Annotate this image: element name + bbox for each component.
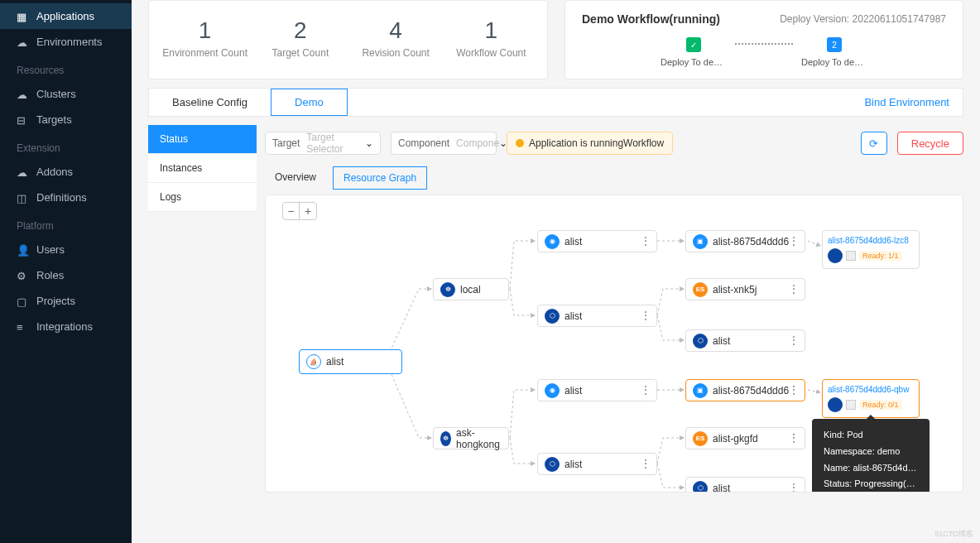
sidebar-item-integrations[interactable]: ≡ Integrations xyxy=(0,314,132,339)
select-label: Target xyxy=(272,137,300,149)
pod-tooltip: Kind: Pod Namespace: demo Name: alist-86… xyxy=(812,419,930,493)
stat-label: Target Count xyxy=(252,47,348,59)
more-icon[interactable]: ⋮ xyxy=(640,309,651,322)
folder-icon: ▢ xyxy=(17,296,28,307)
sidebar-item-clusters[interactable]: ☁ Clusters xyxy=(0,81,132,107)
workload-icon: ⬡ xyxy=(545,457,560,472)
more-icon[interactable]: ⋮ xyxy=(788,334,800,347)
graph-node-cluster-local[interactable]: ☸ local xyxy=(433,278,509,300)
graph-node[interactable]: ES alist-gkgfd ⋮ xyxy=(685,427,805,449)
graph-node[interactable]: ⬡ alist ⋮ xyxy=(685,329,805,352)
graph-node[interactable]: ⬡ alist ⋮ xyxy=(537,305,657,327)
view-tab-overview[interactable]: Overview xyxy=(265,166,326,190)
tooltip-namespace: Namespace: demo xyxy=(824,444,918,460)
graph-pod-node[interactable]: alist-8675d4ddd6-lzc8 Ready: 1/1 xyxy=(822,230,920,269)
node-label: alist xyxy=(564,385,582,396)
more-icon[interactable]: ⋮ xyxy=(788,431,800,444)
graph-node-cluster-hk[interactable]: ☸ ask-hongkong xyxy=(433,427,509,449)
node-label: alist xyxy=(564,236,582,247)
workload-icon: ⬡ xyxy=(545,309,560,324)
more-icon[interactable]: ⋮ xyxy=(788,282,800,296)
warning-icon xyxy=(516,139,524,147)
stat-label: Revision Count xyxy=(348,47,444,59)
graph-node[interactable]: ES alist-xnk5j ⋮ xyxy=(685,278,805,300)
tooltip-status: Status: Progressing(Pending) xyxy=(824,476,918,493)
cloud-icon: ☁ xyxy=(17,36,28,48)
sidebar-item-label: Addons xyxy=(36,166,73,178)
zoom-out-button[interactable]: − xyxy=(283,203,300,219)
select-label: Component xyxy=(398,137,449,149)
sidebar-item-environments[interactable]: ☁ Environments xyxy=(0,29,132,55)
stats-card: 1 Environment Count 2 Target Count 4 Rev… xyxy=(148,0,548,79)
sidebar-item-definitions[interactable]: ◫ Definitions xyxy=(0,185,132,210)
bind-environment-button[interactable]: Bind Environment xyxy=(851,89,963,115)
replicaset-icon: ▣ xyxy=(693,383,708,398)
sidebar-item-roles[interactable]: ⚙ Roles xyxy=(0,262,132,288)
main-content: 1 Environment Count 2 Target Count 4 Rev… xyxy=(132,0,980,543)
graph-node[interactable]: ⬡ alist ⋮ xyxy=(685,477,805,493)
kubernetes-icon: ☸ xyxy=(440,431,451,446)
workflow-version: Deploy Version: 20220611051747987 xyxy=(780,13,946,25)
select-placeholder: Target Selector xyxy=(306,132,365,155)
more-icon[interactable]: ⋮ xyxy=(640,234,651,247)
graph-node[interactable]: ⬡ alist ⋮ xyxy=(537,453,657,475)
resource-graph[interactable]: − + xyxy=(265,195,963,493)
workflow-card: Demo Workflow(running) Deploy Version: 2… xyxy=(564,0,963,79)
stat-revision: 4 Revision Count xyxy=(348,17,444,62)
sidebar-item-users[interactable]: 👤 Users xyxy=(0,237,132,262)
replicaset-icon: ▣ xyxy=(693,234,708,249)
sidebar-item-applications[interactable]: ▦ Applications xyxy=(0,3,132,29)
container-icon xyxy=(846,400,856,410)
sidebar-item-label: Environments xyxy=(36,36,102,48)
disk-icon: ⊟ xyxy=(17,114,28,126)
graph-node[interactable]: ▣ alist-8675d4ddd6 ⋮ xyxy=(685,230,805,252)
node-label: alist xyxy=(713,335,730,347)
es-icon: ES xyxy=(693,431,708,446)
sidebar-item-addons[interactable]: ☁ Addons xyxy=(0,159,132,185)
pod-name: alist-8675d4ddd6-qbw xyxy=(828,385,914,394)
sidebar-section-platform: Platform xyxy=(0,210,132,237)
deploy-icon: ◉ xyxy=(545,383,560,398)
zoom-in-button[interactable]: + xyxy=(300,203,316,219)
graph-node-root[interactable]: ⛵ alist xyxy=(299,349,402,374)
node-label: alist-8675d4ddd6 xyxy=(713,236,789,247)
more-icon[interactable]: ⋮ xyxy=(640,457,651,470)
sidebar-section-extension: Extension xyxy=(0,132,132,159)
deploy-icon: ◉ xyxy=(545,234,560,249)
tooltip-name: Name: alist-8675d4ddd6-qbww4 xyxy=(824,460,918,477)
sidebar-item-targets[interactable]: ⊟ Targets xyxy=(0,107,132,132)
side-tab-status[interactable]: Status xyxy=(148,125,257,154)
more-icon[interactable]: ⋮ xyxy=(788,383,800,396)
graph-node[interactable]: ◉ alist ⋮ xyxy=(537,230,657,252)
tab-demo[interactable]: Demo xyxy=(271,89,348,116)
more-icon[interactable]: ⋮ xyxy=(788,481,800,493)
sidebar-item-label: Applications xyxy=(36,10,94,22)
sidebar-item-projects[interactable]: ▢ Projects xyxy=(0,288,132,314)
graph-node[interactable]: ◉ alist ⋮ xyxy=(537,379,657,401)
sidebar-item-label: Projects xyxy=(36,295,75,307)
more-icon[interactable]: ⋮ xyxy=(788,234,800,247)
graph-node-highlighted[interactable]: ▣ alist-8675d4ddd6 ⋮ xyxy=(685,379,805,401)
layers-icon: ◫ xyxy=(17,192,28,204)
workflow-step-label: Deploy To demo-ho... xyxy=(801,57,867,67)
tab-baseline-config[interactable]: Baseline Config xyxy=(149,89,271,115)
chevron-down-icon: ⌄ xyxy=(365,137,373,149)
zoom-controls: − + xyxy=(282,202,317,220)
kubernetes-icon: ☸ xyxy=(440,282,455,297)
workflow-step-2[interactable]: 2 Deploy To demo-ho... xyxy=(801,37,867,67)
more-icon[interactable]: ⋮ xyxy=(640,383,651,396)
refresh-button[interactable]: ⟳ xyxy=(861,132,887,155)
side-tab-instances[interactable]: Instances xyxy=(148,154,257,183)
view-tab-resource-graph[interactable]: Resource Graph xyxy=(333,166,427,190)
target-selector[interactable]: Target Target Selector ⌄ xyxy=(265,132,381,155)
side-tab-logs[interactable]: Logs xyxy=(148,183,257,212)
recycle-button[interactable]: Recycle xyxy=(897,132,963,155)
gear-icon: ⚙ xyxy=(17,270,28,281)
ship-icon: ⛵ xyxy=(306,354,321,369)
workflow-step-label: Deploy To demo-be... xyxy=(661,57,727,67)
side-tabs: Status Instances Logs xyxy=(148,125,257,493)
sidebar-section-resources: Resources xyxy=(0,55,132,81)
component-selector[interactable]: Component Compone ⌄ xyxy=(391,132,497,155)
workflow-step-1[interactable]: ✓ Deploy To demo-be... xyxy=(661,37,727,67)
graph-pod-node-highlighted[interactable]: alist-8675d4ddd6-qbw Ready: 0/1 xyxy=(822,379,920,418)
